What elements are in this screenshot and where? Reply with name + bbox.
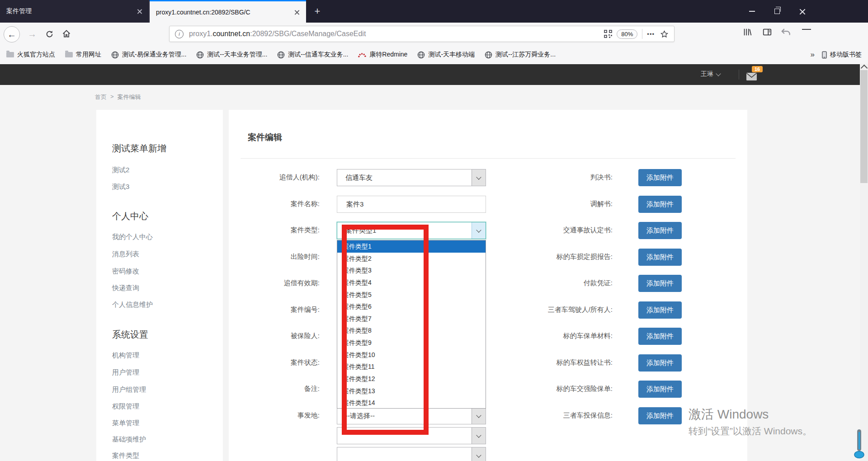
sidebars-button[interactable] [762,27,772,37]
window-minimize-button[interactable] [741,0,762,23]
sidebar-item-case-type[interactable]: 案件类型 [112,452,139,460]
case-type-dropdown-list: 案件类型1 案件类型2 案件类型3 案件类型4 案件类型5 案件类型6 案件类型… [337,240,486,409]
sidebar-item-base-item-maintain[interactable]: 基础项维护 [112,435,146,444]
dropdown-option[interactable]: 案件类型9 [337,337,486,349]
zoom-level-indicator[interactable]: 80% [617,29,637,39]
sidebar-item-message-list[interactable]: 消息列表 [112,250,139,259]
bookmark-item[interactable]: 测试-天丰移动端 [417,51,475,59]
new-tab-button[interactable]: + [311,5,324,18]
tab-close-icon[interactable] [294,9,300,15]
bookmark-item[interactable]: 康特Redmine [358,51,407,59]
dropdown-option[interactable]: 案件类型13 [337,385,486,397]
sidebar-item-usergroup-manage[interactable]: 用户组管理 [112,386,146,394]
location-select-province[interactable]: --请选择-- [337,407,486,424]
chevron-down-icon[interactable] [472,428,486,444]
browser-window: 案件管理 proxy1.countnet.cn:20892/SBG/C + ← … [0,0,868,461]
sidebar-item-my-personal-center[interactable]: 我的个人中心 [112,233,153,241]
messages-button[interactable] [746,72,757,83]
dropdown-option[interactable]: 案件类型7 [337,313,486,325]
case-name-field-wrap [337,196,486,213]
unread-count-badge: 16 [752,66,763,72]
sidebar-section-system-settings[interactable]: 系统设置 [112,329,148,341]
dropdown-option[interactable]: 案件类型6 [337,301,486,313]
back-button[interactable]: ← [4,26,20,42]
dropdown-option[interactable]: 案件类型8 [337,325,486,337]
reload-button[interactable] [42,26,57,42]
bookmark-star-icon[interactable] [660,30,669,38]
add-attachment-button[interactable]: 添加附件 [638,407,682,424]
sidebar-section-personal-center[interactable]: 个人中心 [112,210,148,222]
compulsory-insurance-label: 标的车交强险保单: [477,385,613,393]
sidebar-item-change-password[interactable]: 密码修改 [112,267,139,276]
bookmark-item[interactable]: 测试--信通车友业务... [277,51,348,59]
sidebar-item-permission-manage[interactable]: 权限管理 [112,402,139,411]
window-restore-button[interactable] [767,0,788,23]
bookmark-item[interactable]: 测试--江苏万舜业务... [485,51,556,59]
sidebar-section-test-menu[interactable]: 测试菜单新增 [112,142,166,155]
dropdown-option[interactable]: 案件类型2 [337,253,486,265]
dropdown-option[interactable]: 案件类型4 [337,277,486,289]
sidebar-item-menu-manage[interactable]: 菜单管理 [112,419,139,428]
site-info-icon[interactable]: i [175,30,184,38]
window-close-button[interactable] [792,0,813,23]
add-attachment-button[interactable]: 添加附件 [638,381,682,398]
phone-icon [822,51,827,59]
dropdown-option[interactable]: 案件类型1 [337,240,486,253]
location-select-city[interactable] [337,427,486,444]
chevron-down-icon[interactable] [472,408,486,424]
bookmark-item[interactable]: 测试-易保通业务管理... [111,51,186,59]
dropdown-option[interactable]: 案件类型3 [337,264,486,277]
tab-close-icon[interactable] [137,9,142,14]
reload-icon [45,30,54,38]
dropdown-option[interactable]: 案件类型10 [337,349,486,361]
dropdown-option[interactable]: 案件类型14 [337,397,486,409]
url-bar[interactable]: i proxy1.countnet.cn:20892/SBG/CaseManag… [169,26,675,42]
recovery-validity-label: 追偿有效期: [229,279,320,287]
tab-case-edit[interactable]: proxy1.countnet.cn:20892/SBG/C [150,0,306,23]
dropdown-option[interactable]: 案件类型5 [337,289,486,301]
bookmark-item[interactable]: 火狐官方站点 [6,51,55,59]
add-attachment-button[interactable]: 添加附件 [638,328,682,345]
case-name-input[interactable] [345,197,481,213]
page-actions-button[interactable]: ••• [647,31,655,38]
dropdown-option[interactable]: 案件类型12 [337,373,486,385]
menu-button[interactable] [802,29,811,32]
qr-code-icon[interactable] [604,30,612,38]
claimant-select[interactable]: 信通车友 [337,169,486,186]
bookmark-item[interactable]: 常用网址 [65,51,101,59]
breadcrumb-current: 案件编辑 [118,93,141,101]
sidebar-item-test2[interactable]: 测试2 [112,166,129,174]
claimant-label: 追偿人(机构): [229,173,320,182]
sidebar-item-user-manage[interactable]: 用户管理 [112,368,139,377]
add-attachment-button[interactable]: 添加附件 [638,301,682,319]
bookmark-item[interactable]: 测试--天丰业务管理... [196,51,267,59]
windows-activation-watermark: 激活 Windows [689,406,769,423]
user-menu[interactable]: 王琳 [701,70,720,78]
case-type-select[interactable]: 案件类型1 [337,222,486,239]
undo-arrow-button[interactable] [780,27,791,37]
forward-button[interactable]: → [24,26,40,42]
minimize-icon [749,11,755,12]
sidebar-item-express-query[interactable]: 快递查询 [112,284,139,292]
mobile-bookmarks-button[interactable]: 移动版书签 [822,51,862,59]
add-attachment-button[interactable]: 添加附件 [638,196,682,213]
dropdown-option[interactable]: 案件类型11 [337,361,486,373]
add-attachment-button[interactable]: 添加附件 [638,354,682,372]
bookmarks-overflow-button[interactable]: » [811,50,815,59]
sidebar-item-test3[interactable]: 测试3 [112,183,129,191]
sidebar-item-personal-info[interactable]: 个人信息维护 [112,301,153,309]
sidebar-item-org-manage[interactable]: 机构管理 [112,351,139,360]
add-attachment-button[interactable]: 添加附件 [638,222,682,239]
page-scrollbar[interactable] [860,64,868,461]
library-button[interactable] [742,27,752,37]
add-attachment-button[interactable]: 添加附件 [638,169,682,186]
location-select-district[interactable] [337,447,486,461]
scrollbar-thumb[interactable] [860,70,868,183]
chevron-down-icon[interactable] [472,447,486,461]
add-attachment-button[interactable]: 添加附件 [638,275,682,292]
home-button[interactable] [59,26,74,42]
breadcrumb-home-link[interactable]: 首页 [95,93,107,101]
add-attachment-button[interactable]: 添加附件 [638,249,682,266]
tab-bar: 案件管理 proxy1.countnet.cn:20892/SBG/C + [0,0,868,23]
tab-case-manage[interactable]: 案件管理 [0,0,149,23]
